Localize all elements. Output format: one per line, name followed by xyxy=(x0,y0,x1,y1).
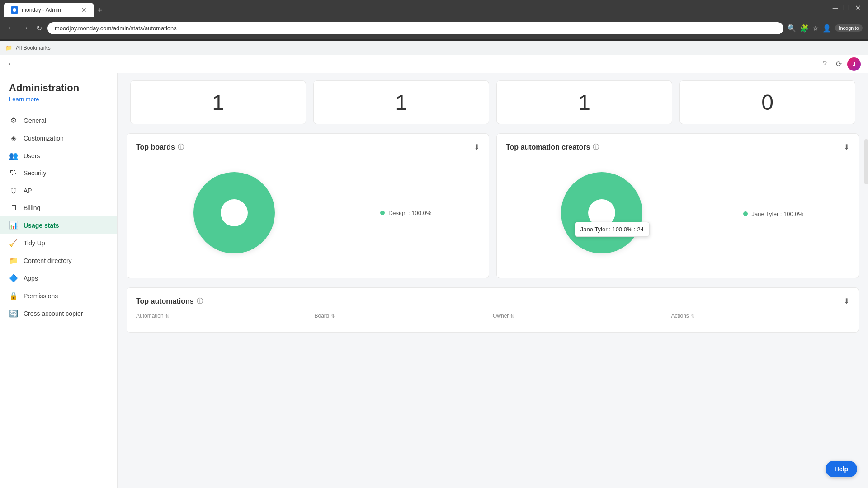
refresh-icon[interactable]: ⟳ xyxy=(836,60,842,68)
minimize-button[interactable]: ─ xyxy=(833,4,838,12)
profile-btn[interactable]: 👤 xyxy=(822,24,831,33)
tab-close-btn[interactable]: ✕ xyxy=(81,6,87,14)
creators-legend-item-0: Jane Tyler : 100.0% xyxy=(743,211,803,217)
sidebar-label-content-directory: Content directory xyxy=(24,257,72,264)
tab-title: monday - Admin xyxy=(22,7,78,13)
main-content: 1 1 1 0 Top boards ⓘ ⬇ xyxy=(118,73,868,488)
all-bookmarks-label[interactable]: All Bookmarks xyxy=(16,45,51,51)
sidebar-icon-security: 🛡 xyxy=(9,169,18,177)
new-tab-button[interactable]: + xyxy=(98,6,103,15)
sidebar-label-usage-stats: Usage stats xyxy=(24,222,59,229)
sidebar-icon-billing: 🖥 xyxy=(9,204,18,212)
learn-more-link[interactable]: Learn more xyxy=(9,96,108,103)
browser-actions: 🔍 🧩 ☆ 👤 Incognito xyxy=(787,24,863,33)
reload-button[interactable]: ↻ xyxy=(34,22,44,34)
sort-icon-board[interactable]: ⇅ xyxy=(331,314,335,319)
top-boards-body: Design : 100.0% xyxy=(136,159,480,267)
sidebar-item-users[interactable]: 👥 Users xyxy=(0,147,117,164)
stat-card-0: 1 xyxy=(130,80,306,124)
sidebar-item-general[interactable]: ⚙ General xyxy=(0,112,117,129)
browser-tab[interactable]: monday - Admin ✕ xyxy=(4,3,94,17)
sidebar-title: Administration xyxy=(9,82,108,94)
top-creators-info-icon[interactable]: ⓘ xyxy=(593,143,599,151)
top-creators-card: Top automation creators ⓘ ⬇ Jane Tyler :… xyxy=(496,133,859,278)
app-back-button[interactable]: ← xyxy=(7,59,15,69)
close-button[interactable]: ✕ xyxy=(855,4,861,12)
sidebar-item-usage-stats[interactable]: 📊 Usage stats xyxy=(0,216,117,234)
help-button[interactable]: Help xyxy=(826,461,857,477)
sidebar-icon-permissions: 🔒 xyxy=(9,291,18,300)
top-creators-pie xyxy=(552,163,651,263)
sidebar-label-tidy-up: Tidy Up xyxy=(24,239,45,247)
top-creators-legend: Jane Tyler : 100.0% xyxy=(743,211,803,217)
col-actions: Actions ⇅ xyxy=(671,313,850,319)
sort-icon-owner[interactable]: ⇅ xyxy=(510,314,514,319)
forward-nav-button[interactable]: → xyxy=(20,22,31,34)
incognito-badge: Incognito xyxy=(835,24,863,32)
stat-card-2: 1 xyxy=(496,80,672,124)
top-boards-header: Top boards ⓘ ⬇ xyxy=(136,143,480,151)
address-bar[interactable]: moodjoy.monday.com/admin/stats/automatio… xyxy=(47,22,783,34)
sidebar-item-cross-account[interactable]: 🔄 Cross account copier xyxy=(0,305,117,322)
sidebar-label-users: Users xyxy=(24,152,40,160)
sidebar-icon-cross-account: 🔄 xyxy=(9,309,18,318)
bookmarks-bar: 📁 All Bookmarks xyxy=(0,41,868,55)
sidebar-label-apps: Apps xyxy=(24,275,38,282)
maximize-button[interactable]: ❐ xyxy=(843,4,849,12)
legend-item-0: Design : 100.0% xyxy=(380,210,431,216)
tab-favicon xyxy=(11,6,18,14)
extensions-btn[interactable]: 🧩 xyxy=(800,24,809,33)
sidebar-label-security: Security xyxy=(24,169,47,177)
bookmark-btn[interactable]: ☆ xyxy=(812,24,819,33)
window-controls: ─ ❐ ✕ xyxy=(833,4,861,12)
stat-value-2: 1 xyxy=(506,90,663,115)
col-owner: Owner ⇅ xyxy=(493,313,671,319)
stat-card-3: 0 xyxy=(679,80,855,124)
app-topbar: ← ? ⟳ J xyxy=(0,55,868,73)
help-icon[interactable]: ? xyxy=(823,60,827,68)
sidebar-icon-usage-stats: 📊 xyxy=(9,221,18,230)
col-automation: Automation ⇅ xyxy=(136,313,315,319)
sort-icon-automation[interactable]: ⇅ xyxy=(165,314,169,319)
sidebar-item-api[interactable]: ⬡ API xyxy=(0,182,117,199)
legend-label-0: Design : 100.0% xyxy=(388,210,431,216)
sidebar-icon-users: 👥 xyxy=(9,151,18,160)
sort-icon-actions[interactable]: ⇅ xyxy=(691,314,694,319)
table-info-icon[interactable]: ⓘ xyxy=(197,297,203,305)
sidebar-label-billing: Billing xyxy=(24,204,40,211)
sidebar-icon-customization: ◈ xyxy=(9,134,18,142)
search-browser-btn[interactable]: 🔍 xyxy=(787,24,796,33)
bookmarks-icon: 📁 xyxy=(5,45,12,51)
top-boards-info-icon[interactable]: ⓘ xyxy=(178,143,184,151)
top-creators-header: Top automation creators ⓘ ⬇ xyxy=(506,143,849,151)
stat-value-1: 1 xyxy=(323,90,480,115)
sidebar-item-billing[interactable]: 🖥 Billing xyxy=(0,199,117,216)
top-creators-download-icon[interactable]: ⬇ xyxy=(844,143,849,151)
sidebar-label-cross-account: Cross account copier xyxy=(24,310,83,317)
sidebar-icon-content-directory: 📁 xyxy=(9,256,18,265)
top-creators-title: Top automation creators ⓘ xyxy=(506,143,599,151)
sidebar-item-customization[interactable]: ◈ Customization xyxy=(0,129,117,147)
col-board: Board ⇅ xyxy=(315,313,493,319)
sidebar-header: Administration Learn more xyxy=(0,73,117,106)
top-boards-title: Top boards ⓘ xyxy=(136,143,184,151)
stat-value-0: 1 xyxy=(140,90,297,115)
sidebar-item-permissions[interactable]: 🔒 Permissions xyxy=(0,287,117,305)
sidebar-item-content-directory[interactable]: 📁 Content directory xyxy=(0,252,117,269)
url-display: moodjoy.monday.com/admin/stats/automatio… xyxy=(55,25,776,32)
stats-row: 1 1 1 0 xyxy=(118,73,868,124)
back-nav-button[interactable]: ← xyxy=(5,22,16,34)
stat-value-3: 0 xyxy=(689,90,846,115)
sidebar-item-tidy-up[interactable]: 🧹 Tidy Up xyxy=(0,234,117,252)
sidebar-icon-tidy-up: 🧹 xyxy=(9,239,18,247)
sidebar-item-apps[interactable]: 🔷 Apps xyxy=(0,269,117,287)
top-creators-body: Jane Tyler : 100.0% : 24 Jane Tyler : 10… xyxy=(506,159,849,269)
table-download-icon[interactable]: ⬇ xyxy=(844,297,849,305)
top-boards-download-icon[interactable]: ⬇ xyxy=(474,143,480,151)
sidebar-label-general: General xyxy=(24,117,46,124)
top-boards-legend: Design : 100.0% xyxy=(380,210,431,216)
top-boards-card: Top boards ⓘ ⬇ Design : 100.0% xyxy=(127,133,489,278)
sidebar-icon-apps: 🔷 xyxy=(9,274,18,282)
avatar[interactable]: J xyxy=(847,57,861,71)
sidebar-item-security[interactable]: 🛡 Security xyxy=(0,164,117,182)
